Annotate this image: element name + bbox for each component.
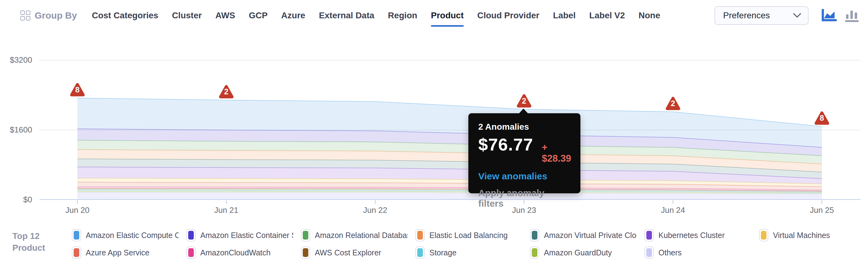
x-axis-label-jun20: Jun 20 [56,206,99,215]
bar-chart-icon[interactable] [844,9,859,22]
x-axis-line [40,199,861,200]
area-chart-icon[interactable] [822,9,837,22]
anomaly-count: 2 [522,97,526,105]
tooltip-amount: $76.77 [478,134,533,155]
area-series-outline [78,178,822,184]
legend-item[interactable]: AmazonCloudWatch [186,246,301,259]
area-series [78,182,822,190]
area-series-outline [78,192,822,194]
area-series [78,150,822,172]
nav-item-azure[interactable]: Azure [281,9,305,22]
nav-item-cloud-provider[interactable]: Cloud Provider [477,9,539,22]
area-series [78,191,822,194]
legend-label: Amazon Relational Databas... [315,231,408,240]
area-series-outline [78,159,822,172]
chevron-down-icon [793,13,801,18]
area-series-outline [78,190,822,192]
anomaly-tooltip: 2 Anomalies $76.77 + $28.39 View anomali… [468,113,581,193]
legend-label: Amazon GuardDuty [544,248,612,257]
nav-item-region[interactable]: Region [388,9,417,22]
area-series-outline [78,129,822,148]
stacked-area-chart: 82228 [0,0,868,265]
chart-type-switcher [822,9,859,22]
nav-item-cost-categories[interactable]: Cost Categories [92,9,158,22]
tooltip-delta: + $28.39 [542,142,571,164]
nav-item-aws[interactable]: AWS [215,9,235,22]
anomaly-marker[interactable]: 8 [71,84,83,95]
legend-swatch [415,246,425,259]
nav-item-cluster[interactable]: Cluster [172,9,202,22]
anomaly-marker[interactable]: 2 [518,96,530,106]
anomaly-count: 8 [75,85,80,94]
nav-item-label[interactable]: Label [553,9,576,22]
legend-label: Azure App Service [86,248,150,257]
preferences-label: Preferences [723,10,770,21]
anomaly-count: 8 [820,113,824,122]
tooltip-title: 2 Anomalies [478,122,571,132]
group-by-toolbar: Group By Cost Categories Cluster AWS GCP… [0,0,868,31]
nav-item-none[interactable]: None [639,9,660,22]
legend-item[interactable]: Elastic Load Balancing [415,229,530,242]
nav-item-external-data[interactable]: External Data [319,9,374,22]
area-series-outline [78,98,822,127]
area-series-outline [78,167,822,179]
legend-label: AmazonCloudWatch [200,248,271,257]
area-series [78,129,822,156]
legend-item[interactable]: Kubernetes Cluster [645,229,759,242]
area-series-outline [78,150,822,164]
legend-swatch [186,229,196,241]
legend-label: AWS Cost Explorer [315,248,381,257]
y-axis-label-0: $0 [3,195,32,205]
legend-item[interactable]: Amazon Relational Databas... [301,229,415,242]
legend-swatch [72,246,81,259]
area-series-outline [78,191,822,193]
legend-item[interactable]: Storage [415,246,530,259]
legend-item[interactable]: Amazon GuardDuty [530,246,645,259]
chart-legend: Amazon Elastic Compute Cl... Amazon Elas… [72,229,868,259]
anomaly-marker[interactable]: 2 [667,98,679,109]
view-anomalies-link[interactable]: View anomalies [478,171,571,182]
area-series [78,188,822,192]
area-series [78,187,822,191]
anomaly-marker[interactable]: 8 [816,113,828,123]
legend-label: Amazon Virtual Private Cloud [544,231,637,240]
legend-swatch [186,246,196,259]
legend-label: Amazon Elastic Container S... [200,231,293,240]
x-axis-label-jun22: Jun 22 [353,206,397,215]
area-series [78,192,822,200]
legend-label: Amazon Elastic Compute Cl... [86,231,179,240]
anomaly-marker[interactable]: 2 [220,86,232,97]
legend-title-line1: Top 12 [12,230,45,242]
area-series-outline [78,187,822,190]
anomaly-count: 2 [224,87,228,96]
legend-swatch [645,246,654,259]
x-axis-label-jun25: Jun 25 [800,206,843,215]
legend-item[interactable]: Amazon Virtual Private Cloud [530,229,645,242]
apply-anomaly-filters-link[interactable]: Apply anomaly filters [478,188,571,209]
legend-swatch [72,229,81,241]
nav-item-gcp[interactable]: GCP [249,9,268,22]
legend-item[interactable]: AWS Cost Explorer [301,246,415,259]
legend-swatch [645,229,654,241]
y-axis-label-3200: $3200 [3,55,32,65]
legend-swatch [530,229,539,241]
gridline-3200 [40,60,861,60]
legend-item[interactable]: Azure App Service [72,246,186,259]
legend-item[interactable]: Others [645,246,759,259]
legend-item[interactable]: Amazon Elastic Container S... [186,229,301,242]
anomaly-count: 2 [671,99,675,108]
area-series-outline [78,182,822,187]
area-series [78,167,822,184]
legend-label: Storage [429,248,457,257]
legend-swatch [415,229,425,241]
legend-item[interactable]: Amazon Elastic Compute Cl... [72,229,186,242]
area-series-outline [78,140,822,156]
cost-dashboard: Group By Cost Categories Cluster AWS GCP… [0,0,868,265]
nav-item-label-v2[interactable]: Label V2 [589,9,625,22]
preferences-dropdown[interactable]: Preferences [714,6,809,25]
area-series [78,140,822,164]
nav-item-product-active[interactable]: Product [431,9,464,22]
x-axis-label-jun24: Jun 24 [651,206,695,215]
area-series [78,159,822,179]
legend-item[interactable]: Virtual Machines [759,229,868,242]
